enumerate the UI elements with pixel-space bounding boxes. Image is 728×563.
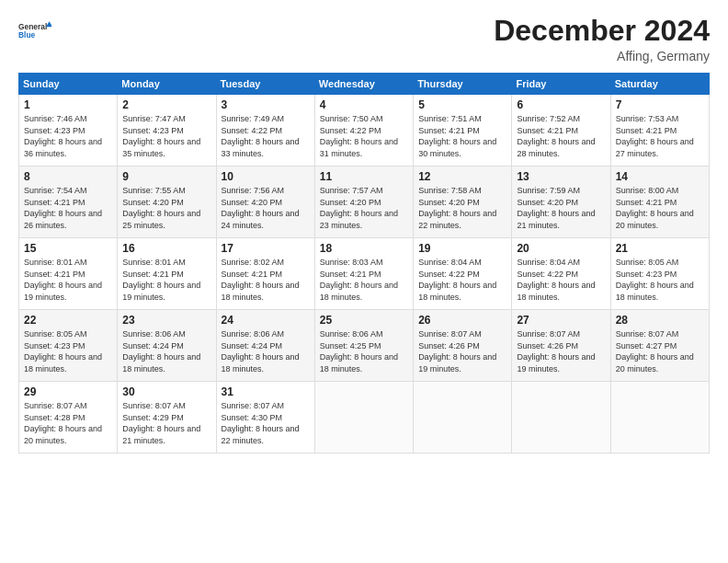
day-info: Sunrise: 8:05 AM Sunset: 4:23 PM Dayligh… <box>24 328 112 374</box>
day-number: 15 <box>24 242 112 255</box>
calendar-cell: 23 Sunrise: 8:06 AM Sunset: 4:24 PM Dayl… <box>118 310 216 382</box>
location: Affing, Germany <box>494 49 710 63</box>
day-number: 3 <box>222 98 310 111</box>
calendar-cell: 22 Sunrise: 8:05 AM Sunset: 4:23 PM Dayl… <box>19 310 118 382</box>
calendar-cell: 25 Sunrise: 8:06 AM Sunset: 4:25 PM Dayl… <box>314 310 413 382</box>
col-friday: Friday <box>512 74 610 95</box>
calendar-cell: 10 Sunrise: 7:56 AM Sunset: 4:20 PM Dayl… <box>216 167 314 238</box>
day-info: Sunrise: 7:46 AM Sunset: 4:23 PM Dayligh… <box>24 113 112 159</box>
day-info: Sunrise: 7:53 AM Sunset: 4:21 PM Dayligh… <box>616 113 704 159</box>
calendar-cell: 3 Sunrise: 7:49 AM Sunset: 4:22 PM Dayli… <box>216 95 314 167</box>
calendar-cell: 8 Sunrise: 7:54 AM Sunset: 4:21 PM Dayli… <box>19 167 118 238</box>
day-info: Sunrise: 8:06 AM Sunset: 4:25 PM Dayligh… <box>320 328 408 374</box>
calendar-cell: 4 Sunrise: 7:50 AM Sunset: 4:22 PM Dayli… <box>314 95 413 167</box>
calendar-cell <box>610 382 709 454</box>
col-wednesday: Wednesday <box>314 74 413 95</box>
day-info: Sunrise: 8:05 AM Sunset: 4:23 PM Dayligh… <box>616 257 704 303</box>
calendar-cell: 7 Sunrise: 7:53 AM Sunset: 4:21 PM Dayli… <box>610 95 709 167</box>
calendar-cell: 13 Sunrise: 7:59 AM Sunset: 4:20 PM Dayl… <box>512 167 610 238</box>
calendar-cell: 15 Sunrise: 8:01 AM Sunset: 4:21 PM Dayl… <box>19 238 118 310</box>
day-info: Sunrise: 7:57 AM Sunset: 4:20 PM Dayligh… <box>320 185 408 231</box>
calendar-cell: 18 Sunrise: 8:03 AM Sunset: 4:21 PM Dayl… <box>314 238 413 310</box>
day-info: Sunrise: 7:56 AM Sunset: 4:20 PM Dayligh… <box>222 185 310 231</box>
day-number: 4 <box>320 98 408 111</box>
calendar-cell: 19 Sunrise: 8:04 AM Sunset: 4:22 PM Dayl… <box>414 238 512 310</box>
calendar-cell: 31 Sunrise: 8:07 AM Sunset: 4:30 PM Dayl… <box>216 382 314 454</box>
day-number: 29 <box>24 385 112 398</box>
calendar-cell: 27 Sunrise: 8:07 AM Sunset: 4:26 PM Dayl… <box>512 310 610 382</box>
day-number: 25 <box>320 314 408 327</box>
calendar-cell: 21 Sunrise: 8:05 AM Sunset: 4:23 PM Dayl… <box>610 238 709 310</box>
day-info: Sunrise: 8:07 AM Sunset: 4:28 PM Dayligh… <box>24 400 112 446</box>
calendar-cell <box>414 382 512 454</box>
svg-text:General: General <box>18 22 47 31</box>
week-row-3: 15 Sunrise: 8:01 AM Sunset: 4:21 PM Dayl… <box>19 238 710 310</box>
day-number: 12 <box>418 170 506 183</box>
day-number: 17 <box>222 242 310 255</box>
calendar-cell: 2 Sunrise: 7:47 AM Sunset: 4:23 PM Dayli… <box>118 95 216 167</box>
calendar-cell: 11 Sunrise: 7:57 AM Sunset: 4:20 PM Dayl… <box>314 167 413 238</box>
day-number: 20 <box>517 242 605 255</box>
day-number: 2 <box>122 98 210 111</box>
day-number: 16 <box>122 242 210 255</box>
calendar-cell: 16 Sunrise: 8:01 AM Sunset: 4:21 PM Dayl… <box>118 238 216 310</box>
day-info: Sunrise: 7:49 AM Sunset: 4:22 PM Dayligh… <box>222 113 310 159</box>
col-sunday: Sunday <box>19 74 118 95</box>
week-row-1: 1 Sunrise: 7:46 AM Sunset: 4:23 PM Dayli… <box>19 95 710 167</box>
calendar-cell: 24 Sunrise: 8:06 AM Sunset: 4:24 PM Dayl… <box>216 310 314 382</box>
calendar-cell: 5 Sunrise: 7:51 AM Sunset: 4:21 PM Dayli… <box>414 95 512 167</box>
day-info: Sunrise: 7:58 AM Sunset: 4:20 PM Dayligh… <box>418 185 506 231</box>
week-row-2: 8 Sunrise: 7:54 AM Sunset: 4:21 PM Dayli… <box>19 167 710 238</box>
day-info: Sunrise: 8:03 AM Sunset: 4:21 PM Dayligh… <box>320 257 408 303</box>
svg-text:Blue: Blue <box>18 30 36 40</box>
calendar-cell: 26 Sunrise: 8:07 AM Sunset: 4:26 PM Dayl… <box>414 310 512 382</box>
day-info: Sunrise: 8:04 AM Sunset: 4:22 PM Dayligh… <box>517 257 605 303</box>
day-number: 13 <box>517 170 605 183</box>
day-number: 27 <box>517 314 605 327</box>
day-number: 6 <box>517 98 605 111</box>
day-number: 18 <box>320 242 408 255</box>
day-number: 30 <box>122 385 210 398</box>
day-info: Sunrise: 8:07 AM Sunset: 4:27 PM Dayligh… <box>616 328 704 374</box>
page: General Blue December 2024 Affing, Germa… <box>0 0 728 563</box>
day-info: Sunrise: 7:55 AM Sunset: 4:20 PM Dayligh… <box>122 185 210 231</box>
day-info: Sunrise: 7:51 AM Sunset: 4:21 PM Dayligh… <box>418 113 506 159</box>
day-number: 14 <box>616 170 704 183</box>
day-number: 23 <box>122 314 210 327</box>
day-info: Sunrise: 8:02 AM Sunset: 4:21 PM Dayligh… <box>222 257 310 303</box>
week-row-4: 22 Sunrise: 8:05 AM Sunset: 4:23 PM Dayl… <box>19 310 710 382</box>
day-number: 31 <box>222 385 310 398</box>
calendar-cell <box>512 382 610 454</box>
calendar-cell: 20 Sunrise: 8:04 AM Sunset: 4:22 PM Dayl… <box>512 238 610 310</box>
month-title: December 2024 <box>494 15 710 47</box>
day-info: Sunrise: 8:01 AM Sunset: 4:21 PM Dayligh… <box>122 257 210 303</box>
day-number: 28 <box>616 314 704 327</box>
calendar-table: Sunday Monday Tuesday Wednesday Thursday… <box>18 73 710 454</box>
day-number: 22 <box>24 314 112 327</box>
title-block: December 2024 Affing, Germany <box>494 15 710 63</box>
calendar-cell: 6 Sunrise: 7:52 AM Sunset: 4:21 PM Dayli… <box>512 95 610 167</box>
day-number: 5 <box>418 98 506 111</box>
calendar-cell: 1 Sunrise: 7:46 AM Sunset: 4:23 PM Dayli… <box>19 95 118 167</box>
day-number: 24 <box>222 314 310 327</box>
col-monday: Monday <box>118 74 216 95</box>
day-number: 9 <box>122 170 210 183</box>
day-info: Sunrise: 7:54 AM Sunset: 4:21 PM Dayligh… <box>24 185 112 231</box>
day-number: 19 <box>418 242 506 255</box>
day-info: Sunrise: 8:06 AM Sunset: 4:24 PM Dayligh… <box>222 328 310 374</box>
day-number: 10 <box>222 170 310 183</box>
calendar-cell <box>314 382 413 454</box>
day-number: 11 <box>320 170 408 183</box>
day-info: Sunrise: 7:47 AM Sunset: 4:23 PM Dayligh… <box>122 113 210 159</box>
day-info: Sunrise: 8:07 AM Sunset: 4:29 PM Dayligh… <box>122 400 210 446</box>
calendar-cell: 9 Sunrise: 7:55 AM Sunset: 4:20 PM Dayli… <box>118 167 216 238</box>
col-tuesday: Tuesday <box>216 74 314 95</box>
day-info: Sunrise: 7:50 AM Sunset: 4:22 PM Dayligh… <box>320 113 408 159</box>
day-info: Sunrise: 8:07 AM Sunset: 4:30 PM Dayligh… <box>222 400 310 446</box>
col-thursday: Thursday <box>414 74 512 95</box>
calendar-cell: 17 Sunrise: 8:02 AM Sunset: 4:21 PM Dayl… <box>216 238 314 310</box>
week-row-5: 29 Sunrise: 8:07 AM Sunset: 4:28 PM Dayl… <box>19 382 710 454</box>
day-info: Sunrise: 8:07 AM Sunset: 4:26 PM Dayligh… <box>418 328 506 374</box>
day-number: 1 <box>24 98 112 111</box>
header: General Blue December 2024 Affing, Germa… <box>18 15 710 63</box>
